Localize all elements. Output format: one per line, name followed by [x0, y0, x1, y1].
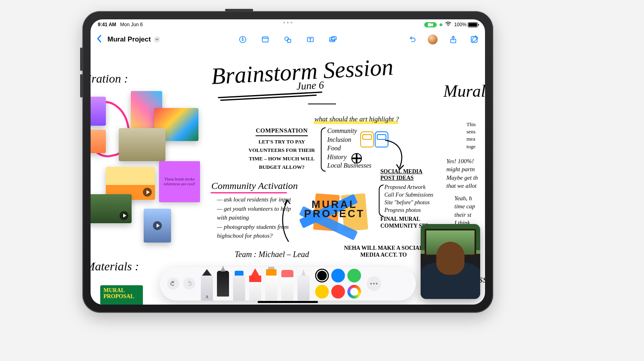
ipad-frame: 9:41 AM Mon Jun 6 100%: [83, 11, 493, 313]
shapes-button[interactable]: [283, 34, 293, 45]
note-highlight-q: what should the art highlight ?: [314, 115, 399, 123]
undo-button[interactable]: [407, 34, 417, 45]
heading-activation: Community Activation: [211, 180, 298, 191]
bracket-icon: [321, 127, 326, 172]
color-green[interactable]: [347, 269, 361, 282]
bracket-icon: [379, 185, 384, 217]
tool-selection[interactable]: [297, 275, 310, 301]
status-date: Mon Jun 6: [120, 22, 143, 27]
note-right-1: This sens mea toge: [466, 121, 485, 150]
app-toolbar: Mural Project: [91, 30, 485, 49]
text-box-button[interactable]: [305, 34, 316, 45]
battery-icon: [468, 22, 478, 27]
svg-rect-3: [262, 37, 268, 42]
mural-logo-art: MURALPROJECT: [294, 190, 375, 247]
battery-indicator: 100%: [454, 22, 478, 27]
note-right-2: Yes! 100%! might partn Maybe get th that…: [446, 157, 485, 190]
screen: 9:41 AM Mon Jun 6 100%: [91, 19, 485, 305]
color-black[interactable]: [315, 269, 329, 282]
more-tools-button[interactable]: [367, 276, 381, 291]
note-team: Team : Michael – Lead: [235, 250, 309, 259]
sticky-note[interactable]: These brush stroke references are cool!: [159, 161, 200, 202]
underline-pink: [211, 192, 287, 193]
share-button[interactable]: [448, 34, 458, 45]
pen-tool-button[interactable]: [237, 34, 248, 45]
status-time: 9:41 AM: [98, 22, 116, 27]
facetime-pip[interactable]: [421, 224, 480, 299]
document-title[interactable]: Mural Project: [107, 35, 160, 44]
note-social-list: Proposed Artwork Call For Submissions Si…: [384, 184, 433, 214]
note-compensation: COMPENSATION LET'S TRY TO PAY VOLUNTEERS…: [248, 127, 316, 171]
volume-up-button: [80, 48, 83, 71]
color-red[interactable]: [331, 285, 345, 299]
tool-fill[interactable]: [265, 275, 277, 301]
photo[interactable]: [119, 128, 165, 161]
dock-redo-button[interactable]: [183, 278, 195, 290]
drawing-tool-dock: [160, 267, 416, 301]
arrow-icon: [384, 139, 408, 171]
battery-pct: 100%: [454, 22, 466, 27]
svg-rect-10: [332, 37, 336, 40]
color-palette: [315, 269, 361, 299]
color-blue[interactable]: [331, 269, 345, 282]
collaborator-avatar[interactable]: [428, 35, 438, 44]
facetime-pill[interactable]: [424, 22, 437, 27]
volume-down-button: [80, 74, 83, 98]
back-button[interactable]: [96, 35, 103, 44]
video-thumb[interactable]: [91, 194, 132, 223]
color-picker-button[interactable]: [347, 285, 361, 299]
proposal-card[interactable]: MURALPROPOSAL: [100, 285, 143, 305]
svg-rect-6: [287, 39, 291, 42]
fist-icon: [360, 131, 374, 147]
tool-pen[interactable]: [217, 271, 229, 297]
note-neha: NEHA WILL MAKE A SOCIAL MEDIA ACCT. TO: [343, 245, 424, 259]
chevron-down-icon: [154, 36, 160, 43]
tool-pencil[interactable]: [201, 275, 213, 301]
tool-crayon[interactable]: [249, 275, 261, 301]
arrow-icon: [277, 198, 293, 243]
underline: [308, 104, 336, 104]
tool-marker[interactable]: [233, 275, 245, 301]
note-social: SOCIAL MEDIAPOST IDEAS: [380, 168, 441, 181]
document-title-text: Mural Project: [107, 35, 151, 44]
dock-undo-button[interactable]: [167, 278, 179, 290]
compose-button[interactable]: [469, 34, 479, 45]
pip-person-head: [436, 242, 464, 275]
video-thumb[interactable]: [144, 209, 171, 243]
photo[interactable]: [91, 130, 106, 153]
heading-right: Mural C: [443, 81, 485, 101]
note-right-3: Yeah, h time cap their st I think: [454, 194, 485, 227]
home-indicator[interactable]: [258, 301, 318, 303]
heading-brainstorm: Brainstorm Session June 6: [211, 56, 394, 95]
play-icon: [120, 211, 128, 220]
photo[interactable]: [91, 97, 106, 126]
svg-point-1: [448, 25, 449, 26]
sticky-note-button[interactable]: [260, 34, 270, 45]
play-icon: [143, 188, 152, 197]
wifi-icon: [445, 22, 451, 27]
media-button[interactable]: [328, 34, 338, 45]
multitask-dots[interactable]: [283, 22, 292, 23]
heading-inspiration: iration :: [91, 72, 128, 85]
location-indicator-icon: [440, 23, 442, 26]
power-button: [225, 9, 253, 11]
svg-point-5: [285, 37, 289, 41]
globe-icon: [351, 153, 362, 164]
tool-eraser[interactable]: [281, 275, 293, 301]
freeform-canvas[interactable]: Brainstorm Session June 6 iration : Mate…: [91, 49, 485, 305]
status-bar: 9:41 AM Mon Jun 6 100%: [91, 19, 485, 30]
play-icon: [153, 221, 162, 230]
svg-rect-0: [428, 23, 431, 26]
color-yellow[interactable]: [315, 285, 329, 299]
heading-materials: Materials :: [91, 259, 139, 273]
